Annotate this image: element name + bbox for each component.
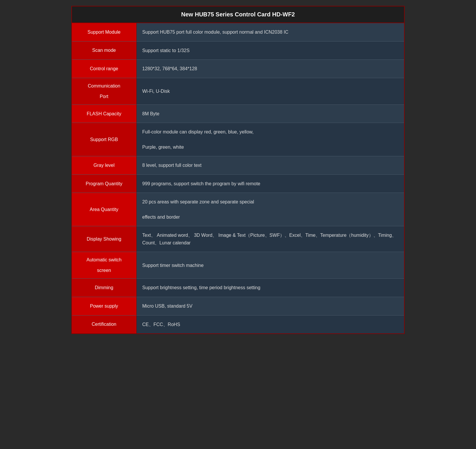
spec-value-3: Wi-Fi, U-Disk	[136, 78, 404, 104]
spec-label-0: Support Module	[72, 23, 136, 41]
spec-label-8: Area Quantity	[72, 193, 136, 226]
spec-value-4: 8M Byte	[136, 104, 404, 123]
spec-label-11: Dimming	[72, 279, 136, 297]
spec-label-2: Control range	[72, 60, 136, 78]
spec-value-11: Support brightness setting, time period …	[136, 279, 404, 297]
spec-value-13: CE、FCC、RoHS	[136, 315, 404, 333]
spec-value-7: 999 programs, support switch the program…	[136, 174, 404, 193]
spec-value-1: Support static to 1/32S	[136, 41, 404, 60]
spec-card: New HUB75 Series Control Card HD-WF2 Sup…	[71, 6, 405, 334]
spec-value-0: Support HUB75 port full color module, su…	[136, 23, 404, 41]
spec-label-9: Display Showing	[72, 226, 136, 252]
spec-value-9: Text、 Animated word、 3D Word、 Image & Te…	[136, 226, 404, 252]
spec-label-5: Support RGB	[72, 123, 136, 156]
spec-value-10: Support timer switch machine	[136, 252, 404, 279]
spec-label-6: Gray level	[72, 156, 136, 175]
card-title: New HUB75 Series Control Card HD-WF2	[72, 6, 404, 23]
spec-value-6: 8 level, support full color text	[136, 156, 404, 175]
spec-label-13: Certification	[72, 315, 136, 333]
spec-label-12: Power supply	[72, 297, 136, 315]
spec-label-3: CommunicationPort	[72, 78, 136, 104]
spec-label-10: Automatic switchscreen	[72, 252, 136, 279]
spec-value-12: Micro USB, standard 5V	[136, 297, 404, 315]
spec-value-2: 1280*32, 768*64, 384*128	[136, 60, 404, 78]
spec-label-7: Program Quantity	[72, 174, 136, 193]
spec-table: Support ModuleSupport HUB75 port full co…	[72, 23, 404, 333]
spec-value-5: Full-color module can display red, green…	[136, 123, 404, 156]
spec-value-8: 20 pcs areas with separate zone and sepa…	[136, 193, 404, 226]
spec-label-1: Scan mode	[72, 41, 136, 60]
spec-label-4: FLASH Capacity	[72, 104, 136, 123]
